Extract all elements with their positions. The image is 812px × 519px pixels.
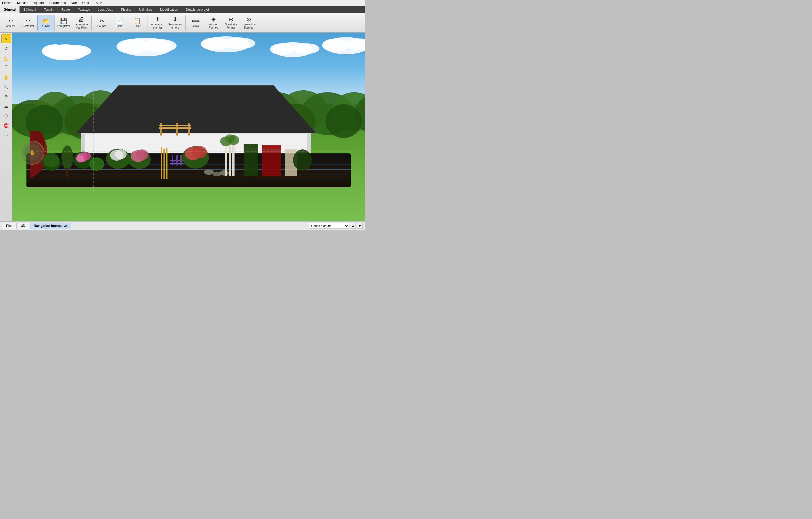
intersection-formes-icon: ⊗	[246, 17, 251, 23]
menu-ajouter[interactable]: Ajouter	[33, 1, 45, 5]
enregistrer-label: Enregistrer	[57, 25, 70, 28]
restaurer-button[interactable]: ↪ Restaurer	[20, 15, 37, 31]
separator-2	[147, 16, 147, 30]
tool-more[interactable]: ⋯	[1, 130, 11, 139]
tab-terrain[interactable]: Terrain	[40, 6, 58, 13]
couper-icon: ✂	[99, 18, 104, 24]
soustraire-formes-label: Soustraire Formes	[224, 23, 238, 29]
tool-magnet[interactable]: 🧲	[1, 121, 11, 130]
soustraire-formes-icon: ⊖	[229, 17, 233, 23]
miroir-label: Miroir	[193, 25, 199, 28]
tab-modelisation[interactable]: Modélisation	[156, 6, 182, 13]
dropdown-arrow-btn[interactable]: ▼	[357, 223, 363, 229]
tab-details-projet[interactable]: Détails du projet	[182, 6, 213, 13]
enregistrer-icon: 💾	[60, 18, 67, 24]
impression-icon: 🖨	[78, 17, 84, 23]
irrigation-dropdown[interactable]: Goutte à goutte Arrosage Autre	[309, 223, 349, 229]
tool-zoom-in[interactable]: ⊕	[1, 92, 11, 101]
intersection-formes-label: Intersection Formes	[241, 23, 256, 29]
coller-label: Coller	[134, 25, 141, 28]
tool-pan[interactable]: ✋	[1, 73, 11, 82]
menu-outils[interactable]: Outils	[81, 1, 92, 5]
tab-jeux-eau[interactable]: Jeux d'eau	[94, 6, 117, 13]
impression-button[interactable]: 🖨 Impression Vue Plan	[72, 15, 90, 31]
enregistrer-button[interactable]: 💾 Enregistrer	[55, 15, 72, 31]
ouvrir-label: Ouvrir	[42, 25, 50, 28]
tab-bar: Général Bâtiment Terrain Route Paysage J…	[0, 6, 365, 13]
impression-label: Impression Vue Plan	[74, 23, 89, 29]
ouvrir-icon: 📂	[42, 18, 50, 24]
miroir-button[interactable]: ⟺ Miroir	[187, 15, 204, 31]
tab-paysage[interactable]: Paysage	[74, 6, 94, 13]
main-area: ↖ ↺ 📐 ⌒ ✋ 🔍 ⊕ ☁ ⊞ 🧲 ⋯	[0, 33, 365, 221]
ajouter-formes-icon: ⊕	[211, 17, 216, 23]
3d-scene: ✋	[12, 33, 365, 221]
tool-lasso[interactable]: ⌒	[1, 63, 11, 72]
copier-label: Copier	[115, 25, 123, 28]
amener-icon: ⬆	[155, 17, 160, 23]
amener-label: Amener au premier	[150, 23, 165, 29]
annuler-icon: ↩	[8, 18, 13, 24]
status-right: Goutte à goutte Arrosage Autre ≡ ▼	[309, 223, 363, 229]
tool-undo[interactable]: ↺	[1, 44, 11, 53]
view-tab-navigation[interactable]: Navigation interactive	[30, 223, 71, 229]
restaurer-icon: ↪	[26, 18, 31, 24]
view-tab-plan[interactable]: Plan	[2, 223, 17, 229]
annuler-label: Annuler	[6, 25, 15, 28]
ajouter-formes-label: Ajouter Formes	[206, 23, 221, 29]
tab-general[interactable]: Général	[0, 6, 20, 13]
tab-utilitaires[interactable]: Utilitaires	[136, 6, 156, 13]
menu-aide[interactable]: Aide	[94, 1, 103, 5]
menu-vue[interactable]: Vue	[70, 1, 78, 5]
couper-label: Couper	[97, 25, 106, 28]
view-tab-3d[interactable]: 3D	[17, 223, 29, 229]
ajouter-formes-button[interactable]: ⊕ Ajouter Formes	[205, 15, 222, 31]
tab-batiment[interactable]: Bâtiment	[20, 6, 40, 13]
menu-bar: Fichier Modifier Ajouter Paramètres Vue …	[0, 0, 365, 6]
menu-parametres[interactable]: Paramètres	[48, 1, 67, 5]
envoyer-label: Envoyer en arrière	[168, 23, 183, 29]
settings-icon-btn[interactable]: ≡	[350, 223, 356, 229]
tool-cloud[interactable]: ☁	[1, 102, 11, 111]
status-bar: Plan 3D Navigation interactive Goutte à …	[0, 221, 365, 230]
separator-3	[185, 16, 186, 30]
envoyer-icon: ⬇	[173, 17, 178, 23]
tool-measure[interactable]: 📐	[1, 53, 11, 62]
compass-inner: ✋	[24, 144, 40, 161]
soustraire-formes-button[interactable]: ⊖ Soustraire Formes	[223, 15, 240, 31]
garden-bed	[26, 154, 351, 187]
coller-button[interactable]: 📋 Coller	[128, 15, 146, 31]
amener-button[interactable]: ⬆ Amener au premier	[149, 15, 166, 31]
navigation-compass[interactable]: ✋	[20, 141, 44, 165]
copier-icon: 📄	[116, 18, 123, 24]
ouvrir-button[interactable]: 📂 Ouvrir	[37, 15, 55, 31]
guide-line-vertical	[93, 55, 94, 191]
tab-route[interactable]: Route	[58, 6, 74, 13]
copier-button[interactable]: 📄 Copier	[111, 15, 128, 31]
restaurer-label: Restaurer	[23, 25, 34, 28]
annuler-button[interactable]: ↩ Annuler	[2, 15, 19, 31]
separator-1	[91, 16, 92, 30]
couper-button[interactable]: ✂ Couper	[93, 15, 110, 31]
tool-zoom[interactable]: 🔍	[1, 82, 11, 91]
intersection-formes-button[interactable]: ⊗ Intersection Formes	[240, 15, 257, 31]
tool-grid[interactable]: ⊞	[1, 111, 11, 120]
envoyer-button[interactable]: ⬇ Envoyer en arrière	[167, 15, 184, 31]
coller-icon: 📋	[134, 18, 141, 24]
menu-fichier[interactable]: Fichier	[1, 1, 13, 5]
guide-line-horizontal	[26, 152, 351, 152]
menu-modifier[interactable]: Modifier	[16, 1, 30, 5]
viewport[interactable]: ✋	[12, 33, 365, 221]
left-sidebar: ↖ ↺ 📐 ⌒ ✋ 🔍 ⊕ ☁ ⊞ 🧲 ⋯	[0, 33, 12, 221]
tool-select[interactable]: ↖	[1, 34, 11, 43]
tab-piscine[interactable]: Piscine	[117, 6, 136, 13]
miroir-icon: ⟺	[192, 18, 200, 24]
toolbar: ↩ Annuler ↪ Restaurer 📂 Ouvrir 💾 Enregis…	[0, 13, 365, 33]
